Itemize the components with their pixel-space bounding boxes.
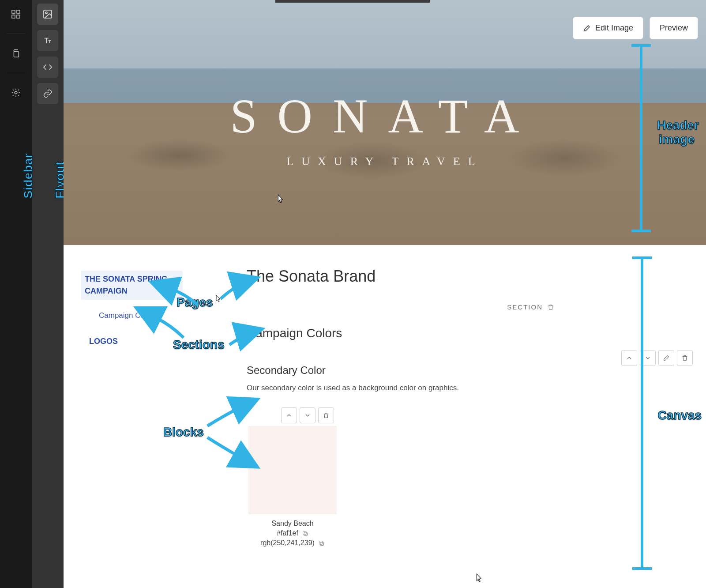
cursor-icon (278, 194, 285, 205)
section-heading: Campaign Colors (247, 326, 695, 340)
pencil-icon (663, 354, 670, 362)
chevron-down-icon (644, 354, 651, 362)
brand-word: SONATA (64, 88, 706, 144)
swatch-move-down[interactable] (300, 407, 315, 423)
gear-icon (11, 88, 21, 98)
sidebar-item-settings[interactable] (5, 82, 26, 103)
copy-icon (11, 49, 21, 58)
canvas-area: THE SONATA SPRING CAMPAIGN Campaign Colo… (64, 245, 706, 588)
sidebar-item-dashboard[interactable] (5, 4, 26, 25)
copy-icon[interactable] (318, 540, 325, 547)
canvas-callout: Canvas (657, 408, 702, 422)
flyout-item-text[interactable] (37, 30, 58, 51)
swatch-rgb: rgb(250,241,239) (260, 539, 315, 547)
flyout-item-link[interactable] (37, 83, 58, 104)
chevron-up-icon (285, 412, 293, 419)
arrow-blocks-down (205, 435, 258, 472)
content-column: The Sonata Brand SECTION Campaign Colors… (247, 267, 695, 547)
flyout: Flyout (32, 0, 64, 588)
block-toolbar (621, 350, 693, 366)
link-icon (43, 89, 53, 98)
header-actions: Edit Image Preview (573, 17, 698, 39)
chevron-down-icon (304, 412, 311, 419)
svg-rect-10 (320, 542, 324, 546)
svg-rect-0 (12, 10, 15, 13)
svg-rect-4 (14, 51, 19, 57)
delete-block-button[interactable] (677, 350, 693, 366)
arrow-pages-left (169, 286, 199, 310)
arrow-sections-right (227, 327, 262, 351)
svg-rect-6 (44, 10, 52, 18)
page-title: The Sonata Brand (247, 267, 695, 286)
section-badge: SECTION (507, 303, 554, 311)
svg-rect-3 (17, 15, 20, 18)
svg-rect-8 (304, 532, 308, 536)
color-swatch[interactable] (248, 426, 337, 514)
flyout-item-image[interactable] (37, 4, 58, 25)
chevron-up-icon (626, 354, 633, 362)
swatch-toolbar (281, 407, 695, 423)
block-description: Our secondary color is used as a backgro… (247, 384, 695, 392)
main: SONATA LUXURY TRAVEL Edit Image Preview … (64, 0, 706, 588)
nav-page-campaign[interactable]: THE SONATA SPRING CAMPAIGN (81, 271, 183, 300)
header-topbar-fragment (275, 0, 430, 3)
blocks-callout: Blocks (163, 425, 204, 439)
trash-icon (323, 412, 330, 419)
arrow-sections-left (152, 315, 187, 343)
brand-logo: SONATA LUXURY TRAVEL (64, 88, 706, 168)
header-image-callout-1: Header (657, 118, 699, 132)
edit-block-button[interactable] (658, 350, 674, 366)
code-icon (43, 62, 53, 72)
pencil-icon (583, 24, 591, 32)
section-badge-text: SECTION (507, 303, 543, 311)
image-icon (42, 9, 53, 19)
text-icon (43, 36, 53, 45)
sidebar-callout: Sidebar (21, 153, 35, 199)
arrow-pages-right (218, 276, 258, 304)
cursor-icon (476, 573, 484, 584)
flyout-item-code[interactable] (37, 57, 58, 78)
svg-rect-2 (12, 15, 15, 18)
brand-tagline: LUXURY TRAVEL (64, 155, 706, 168)
swatch-meta: Sandy Beach #faf1ef rgb(250,241,239) (248, 520, 337, 547)
header-image: SONATA LUXURY TRAVEL Edit Image Preview … (64, 0, 706, 245)
grid-icon (11, 9, 21, 19)
svg-rect-9 (303, 531, 306, 535)
swatch-name: Sandy Beach (248, 520, 337, 528)
move-up-button[interactable] (621, 350, 637, 366)
svg-point-5 (15, 91, 17, 94)
svg-point-7 (45, 12, 47, 14)
sidebar-item-copy[interactable] (5, 43, 26, 64)
sidebar-divider (7, 34, 25, 34)
header-image-callout-2: image (659, 132, 695, 147)
edit-image-button[interactable]: Edit Image (573, 17, 643, 39)
svg-rect-11 (319, 541, 323, 544)
copy-icon[interactable] (302, 530, 308, 537)
arrow-blocks-up (205, 398, 258, 430)
block-heading: Secondary Color (247, 364, 695, 377)
edit-image-label: Edit Image (595, 23, 633, 33)
trash-icon[interactable] (547, 304, 554, 311)
canvas-bracket (641, 256, 643, 570)
preview-label: Preview (660, 23, 688, 33)
svg-rect-1 (17, 10, 20, 13)
trash-icon (681, 354, 688, 362)
swatch-move-up[interactable] (281, 407, 297, 423)
preview-button[interactable]: Preview (650, 17, 698, 39)
sidebar-divider (7, 73, 25, 73)
header-bracket (640, 44, 642, 232)
swatch-hex: #faf1ef (277, 529, 298, 537)
sidebar: Sidebar (0, 0, 32, 588)
swatch-delete[interactable] (318, 407, 334, 423)
color-block: Secondary Color Our secondary color is u… (247, 364, 695, 547)
